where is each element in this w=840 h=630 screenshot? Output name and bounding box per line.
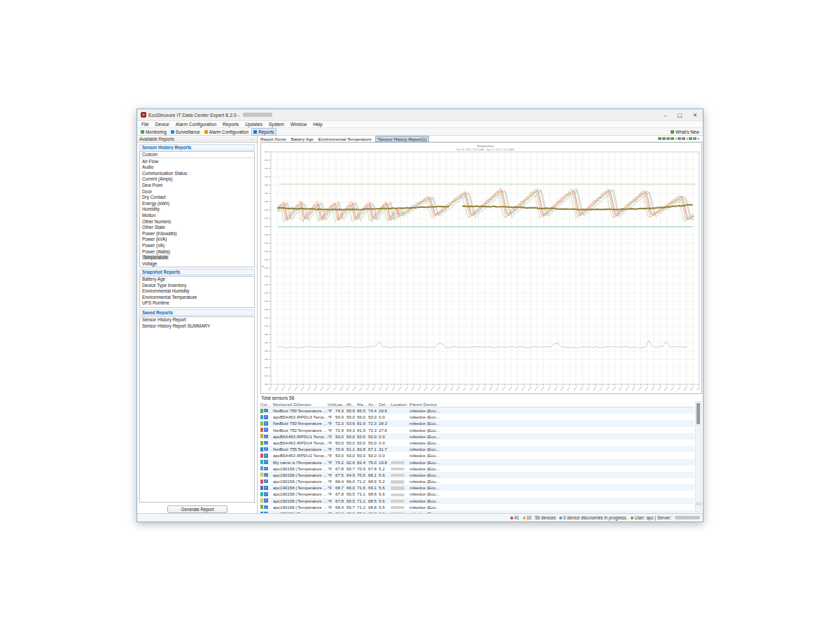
table-row[interactable]: ✓apc190158 (1...Temperature ...°F68.766.… xyxy=(259,484,694,491)
settings-icon[interactable] xyxy=(689,137,692,141)
report-type-device-type-inventory[interactable]: Device Type Inventory xyxy=(140,283,254,289)
menu-system[interactable]: System xyxy=(269,122,284,127)
row-checkbox[interactable]: ✓ xyxy=(264,435,268,439)
menu-help[interactable]: Help xyxy=(313,122,323,127)
column-header-las[interactable]: Las... xyxy=(335,401,346,407)
report-type-other-numeric[interactable]: Other Numeric xyxy=(140,219,254,225)
row-checkbox[interactable]: ✓ xyxy=(264,467,268,471)
table-row[interactable]: ✓apcB5A453 (1...RPDU3 Temp...°F50.050.05… xyxy=(259,414,694,420)
report-type-power-kva[interactable]: Power (kVA) xyxy=(140,237,254,243)
close-button[interactable]: ✕ xyxy=(693,109,697,121)
export-icon[interactable] xyxy=(666,137,670,141)
report-type-air-flow[interactable]: Air Flow xyxy=(140,159,254,165)
table-scrollbar[interactable] xyxy=(695,401,701,512)
row-checkbox[interactable]: ✓ xyxy=(264,428,268,432)
report-tab-sensor-history-report-1[interactable]: *Sensor History Report(1) xyxy=(375,136,429,142)
table-row[interactable]: ✓NetBotz 750 ...Temperature ...°F74.355.… xyxy=(259,407,694,414)
report-type-battery-age[interactable]: Battery Age xyxy=(140,276,254,283)
row-checkbox[interactable]: ✓ xyxy=(264,415,268,419)
table-row[interactable]: ✓apc190158 (1...Temperature ...°F67.564.… xyxy=(259,472,694,478)
report-tab-environmental-temperature[interactable]: Environmental Temperature xyxy=(317,136,373,141)
table-row[interactable]: ✓apcB5A453 (1...RPDU2 Temp...°F50.050.05… xyxy=(259,452,694,458)
report-type-current-amps[interactable]: Current (Amps) xyxy=(140,176,254,183)
table-row[interactable]: ✓apc190158 (1...Temperature ...°F68.466.… xyxy=(259,478,694,484)
print-icon-caret[interactable]: ▾ xyxy=(675,136,677,141)
report-type-power-kilowatts[interactable]: Power (Kilowatts) xyxy=(140,231,254,237)
row-checkbox[interactable]: ✓ xyxy=(264,505,268,510)
column-header-ma[interactable]: Ma... xyxy=(357,401,368,407)
row-checkbox[interactable]: ✓ xyxy=(264,479,268,484)
report-tab-report-home[interactable]: Report Home xyxy=(259,136,288,141)
report-type-custom[interactable]: Custom xyxy=(140,152,254,158)
row-checkbox[interactable]: ✓ xyxy=(264,441,268,445)
table-row[interactable]: ✓apcB5A453 (1...RPDU1 Temp...°F50.050.05… xyxy=(259,433,694,440)
table-row[interactable]: ✓My name is Si...Temperature ...°F75.262… xyxy=(259,459,694,465)
report-tab-battery-age[interactable]: Battery Age xyxy=(290,136,315,141)
table-icon[interactable] xyxy=(662,137,666,141)
row-checkbox[interactable]: ✓ xyxy=(264,473,268,477)
menu-window[interactable]: Window xyxy=(290,122,307,127)
table-row[interactable]: ✓apc190158 (1...Temperature ...°F68.465.… xyxy=(259,504,694,510)
report-type-dew-point[interactable]: Dew Point xyxy=(140,183,254,189)
row-checkbox[interactable]: ✓ xyxy=(264,409,268,413)
panel-collapse-icons[interactable]: ▫▫ xyxy=(251,137,255,141)
menu-reports[interactable]: Reports xyxy=(223,122,239,127)
row-checkbox[interactable]: ✓ xyxy=(264,498,268,503)
column-header-monitored-de[interactable]: Monitored De... xyxy=(273,401,298,407)
more-icon-caret[interactable]: ▾ xyxy=(697,136,699,141)
graph-icon[interactable] xyxy=(658,137,662,141)
report-type-audio[interactable]: Audio xyxy=(140,164,254,171)
report-type-humidity[interactable]: Humidity xyxy=(140,206,254,213)
table-row[interactable]: ✓apc190158 (1...Temperature ...°F67.865.… xyxy=(259,491,694,497)
report-type-motion[interactable]: Motion xyxy=(140,213,254,219)
report-type-other-state[interactable]: Other State xyxy=(140,225,254,231)
column-header-del[interactable]: Del... xyxy=(379,401,391,407)
more-icon[interactable] xyxy=(693,137,696,141)
row-checkbox[interactable]: ✓ xyxy=(264,421,268,426)
table-row[interactable]: ✓NetBotz 750 ...Temperature ...°F72.954.… xyxy=(259,427,694,433)
report-type-sensor-history-report[interactable]: Sensor History Report xyxy=(140,317,254,323)
print-icon[interactable] xyxy=(671,137,674,141)
report-type-communication-status[interactable]: Communication Status xyxy=(140,171,254,177)
maximize-button[interactable]: ▢ xyxy=(678,109,682,121)
menu-file[interactable]: File xyxy=(141,122,149,127)
perspective-tab-surveillance[interactable]: Surveillance xyxy=(169,129,202,135)
scrollbar-thumb[interactable] xyxy=(696,403,700,424)
perspective-tab-monitoring[interactable]: Monitoring xyxy=(139,129,168,135)
zoom-icon-caret[interactable]: ▾ xyxy=(686,136,688,141)
report-type-environmental-humidity[interactable]: Environmental Humidity xyxy=(140,288,254,295)
generate-report-button[interactable]: Generate Report xyxy=(167,505,227,513)
column-header-location[interactable]: Location xyxy=(391,401,410,407)
report-type-dry-contact[interactable]: Dry Contact xyxy=(140,195,254,201)
row-checkbox[interactable]: ✓ xyxy=(264,454,268,458)
minimize-button[interactable]: – xyxy=(664,109,666,121)
table-row[interactable]: ✓apcB5A453 (1...RPDU4 Temp...°F50.050.05… xyxy=(259,440,694,446)
menu-device[interactable]: Device xyxy=(155,122,169,127)
table-row[interactable]: ✓apc190158 (1...Temperature ...°F67.865.… xyxy=(259,465,694,472)
column-header-parent-device[interactable]: Parent Device xyxy=(410,401,694,407)
column-header-col[interactable]: Col... xyxy=(259,401,273,407)
table-row[interactable]: ✓apc190158 (1...Temperature ...°F67.865.… xyxy=(259,498,694,504)
report-type-energy-kwh[interactable]: Energy (kWh) xyxy=(140,201,254,207)
report-type-environmental-temperature[interactable]: Environmental Temperature xyxy=(140,295,254,301)
whats-new-link[interactable]: What's New xyxy=(671,130,701,134)
row-checkbox[interactable]: ✓ xyxy=(264,447,268,451)
column-header-sensor[interactable]: Sensor xyxy=(298,401,328,407)
report-type-voltage[interactable]: Voltage xyxy=(140,261,254,267)
table-row[interactable]: ✓NetBotz 755 ...Temperature ...°F70.951.… xyxy=(259,446,694,452)
zoom-icon[interactable] xyxy=(682,137,685,141)
report-type-door[interactable]: Door xyxy=(140,189,254,195)
row-checkbox[interactable]: ✓ xyxy=(264,460,268,464)
refresh-icon[interactable] xyxy=(678,137,681,141)
row-checkbox[interactable]: ✓ xyxy=(264,486,268,490)
report-type-power-va[interactable]: Power (VA) xyxy=(140,243,254,249)
perspective-tab-reports[interactable]: Reports xyxy=(251,128,276,136)
report-type-power-watts[interactable]: Power (Watts) xyxy=(140,249,254,255)
column-header-units[interactable]: Units xyxy=(328,401,335,407)
report-type-sensor-history-report-summary[interactable]: Sensor History Report SUMMARY xyxy=(140,323,254,330)
column-header-av[interactable]: Av... xyxy=(368,401,379,407)
row-checkbox[interactable]: ✓ xyxy=(264,492,268,496)
menu-alarm-configuration[interactable]: Alarm Configuration xyxy=(176,122,216,127)
perspective-tab-alarm-configuration[interactable]: Alarm Configuration xyxy=(203,129,250,135)
table-row[interactable]: ✓NetBotz 750 ...Temperature ...°F72.353.… xyxy=(259,420,694,426)
